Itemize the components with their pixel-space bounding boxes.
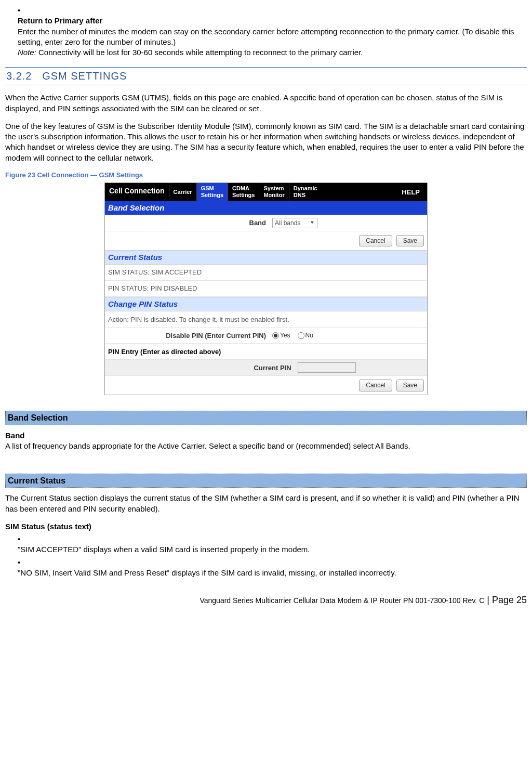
- pin-status-value: PIN STATUS: PIN DISABLED: [108, 284, 197, 293]
- band-select[interactable]: All bands: [272, 218, 317, 228]
- disable-pin-label: Disable PIN (Enter Current PIN): [108, 331, 272, 341]
- bullet-content: Return to Primary after Enter the number…: [18, 16, 515, 58]
- gsm-settings-screenshot: Cell Connection Carrier GSM Settings CDM…: [104, 182, 428, 395]
- return-to-primary-bullet: • Return to Primary after Enter the numb…: [18, 5, 527, 58]
- footer-text: Vanguard Series Multicarrier Cellular Da…: [200, 596, 484, 605]
- band-term: Band: [5, 431, 25, 440]
- band-selection-subheader: Band Selection: [5, 411, 527, 425]
- sim-accepted-desc: "SIM ACCEPTED" displays when a valid SIM…: [18, 544, 515, 555]
- band-buttons-row: Cancel Save: [105, 231, 427, 250]
- tab-carrier[interactable]: Carrier: [169, 183, 196, 201]
- footer-page: | Page 25: [484, 595, 527, 605]
- pin-entry-header: PIN Entry (Enter as directed above): [108, 347, 221, 357]
- section-number: 3.2.2: [6, 70, 32, 82]
- screenshot-tabs: Cell Connection Carrier GSM Settings CDM…: [105, 183, 427, 201]
- tab-help[interactable]: HELP: [394, 183, 427, 201]
- no-label: No: [305, 331, 313, 339]
- section-p2: One of the key features of GSM is the Su…: [5, 121, 527, 163]
- bullet-dot: •: [18, 5, 27, 16]
- current-pin-label: Current PIN: [108, 363, 298, 373]
- page-footer: Vanguard Series Multicarrier Cellular Da…: [5, 594, 527, 606]
- return-to-primary-title: Return to Primary after: [18, 16, 102, 25]
- current-status-p: The Current Status section displays the …: [5, 493, 527, 514]
- yes-label: Yes: [280, 331, 290, 339]
- band-selection-block: Band A list of frequency bands appropria…: [5, 430, 527, 452]
- disable-pin-yes-radio[interactable]: [272, 332, 279, 339]
- no-sim-desc: "NO SIM, Insert Valid SIM and Press Rese…: [18, 568, 515, 578]
- sim-status-term: SIM Status (status text): [5, 521, 527, 532]
- current-status-subheader: Current Status: [5, 474, 527, 488]
- section-p1: When the Active Carrier supports GSM (UT…: [5, 93, 527, 114]
- band-label: Band: [108, 218, 272, 228]
- figure-caption: Figure 23 Cell Connection — GSM Settings: [5, 171, 527, 180]
- note-label: Note:: [18, 48, 36, 57]
- disable-pin-no-radio[interactable]: [298, 332, 304, 339]
- band-cancel-button[interactable]: Cancel: [359, 235, 392, 246]
- tab-cdma-settings[interactable]: CDMA Settings: [228, 183, 259, 201]
- sim-status-bullet-1: • "SIM ACCEPTED" displays when a valid S…: [18, 534, 527, 555]
- pin-buttons-row: Cancel Save: [105, 376, 427, 395]
- figure-wrap: Cell Connection Carrier GSM Settings CDM…: [5, 182, 527, 395]
- band-selection-header: Band Selection: [105, 201, 427, 215]
- action-text: Action: PIN is disabled. To change it, i…: [108, 315, 289, 324]
- section-heading: 3.2.2 GSM SETTINGS: [5, 67, 527, 85]
- bullet-dot: •: [18, 557, 27, 568]
- pin-cancel-button[interactable]: Cancel: [359, 380, 392, 391]
- disable-pin-row: Disable PIN (Enter Current PIN) Yes No: [105, 328, 427, 344]
- screenshot-title: Cell Connection: [105, 183, 169, 201]
- note-text: Connectivity will be lost for 30-60 seco…: [36, 48, 363, 57]
- tab-dynamic-dns[interactable]: Dynamic DNS: [289, 183, 322, 201]
- tab-gsm-settings[interactable]: GSM Settings: [196, 183, 228, 201]
- section-title: GSM SETTINGS: [42, 70, 127, 82]
- band-row: Band All bands: [105, 215, 427, 231]
- band-save-button[interactable]: Save: [396, 235, 424, 246]
- pin-save-button[interactable]: Save: [396, 380, 424, 391]
- tab-system-monitor[interactable]: System Monitor: [259, 183, 288, 201]
- bullet-dot: •: [18, 534, 27, 544]
- sim-status-value: SIM STATUS: SIM ACCEPTED: [108, 268, 202, 277]
- band-desc: A list of frequency bands appropriate fo…: [5, 441, 410, 450]
- return-to-primary-desc: Enter the number of minutes the modem ca…: [18, 27, 514, 46]
- current-pin-row: Current PIN: [105, 360, 427, 376]
- change-pin-status-header: Change PIN Status: [105, 297, 427, 311]
- current-status-header: Current Status: [105, 250, 427, 265]
- sim-status-bullet-2: • "NO SIM, Insert Valid SIM and Press Re…: [18, 557, 527, 579]
- current-pin-input[interactable]: [298, 362, 356, 373]
